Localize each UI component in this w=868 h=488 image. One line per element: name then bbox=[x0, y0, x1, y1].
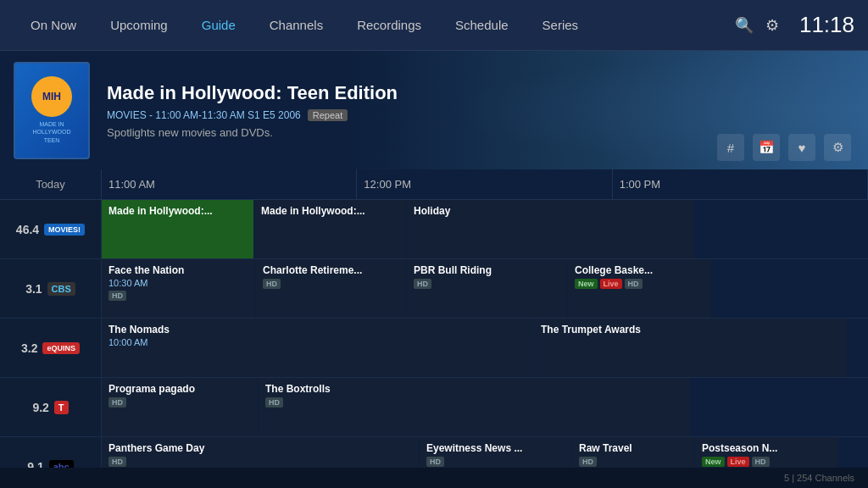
featured-meta-text: MOVIES - 11:00 AM-11:30 AM S1 E5 2006 bbox=[107, 109, 301, 121]
channel-num-9-1: 9.1 bbox=[27, 460, 43, 469]
program-pbr-bull-riding[interactable]: PBR Bull Riding HD bbox=[407, 259, 568, 318]
channel-label-9-2: 9.2 T bbox=[0, 378, 102, 436]
featured-actions: # 📅 ♥ ⚙ bbox=[717, 134, 851, 161]
nav-recordings[interactable]: Recordings bbox=[340, 0, 438, 51]
channel-num-46-4: 46.4 bbox=[16, 223, 39, 236]
badge-hd: HD bbox=[108, 457, 126, 467]
badge-hd: HD bbox=[263, 279, 281, 289]
channel-num-3-1: 3.1 bbox=[25, 282, 42, 296]
badge-live: Live bbox=[600, 279, 622, 289]
channel-row-9-1: 9.1 abc Panthers Game Day HD Eyewitness … bbox=[0, 437, 868, 468]
today-label: Today bbox=[0, 169, 102, 199]
time-slot-1200: 12:00 PM bbox=[357, 169, 612, 199]
nav-schedule[interactable]: Schedule bbox=[438, 0, 526, 51]
channel-row-3-2: 3.2 eQUINS The Nomads 10:00 AM The Trump… bbox=[0, 319, 868, 378]
badge-hd: HD bbox=[265, 397, 283, 408]
settings-action-button[interactable]: ⚙ bbox=[824, 134, 851, 161]
program-title: Programa pagado bbox=[108, 383, 251, 395]
program-title: Charlotte Retireme... bbox=[263, 264, 399, 276]
nav-upcoming[interactable]: Upcoming bbox=[93, 0, 185, 51]
clock-display: 11:18 bbox=[799, 12, 854, 38]
badge-hd: HD bbox=[108, 397, 126, 408]
channel-programs-9-1: Panthers Game Day HD Eyewitness News ...… bbox=[102, 437, 868, 468]
nav-right: 🔍 ⚙ 11:18 bbox=[735, 12, 854, 38]
program-made-in-hollywood-2[interactable]: Made in Hollywood:... bbox=[254, 200, 407, 258]
nav-on-now[interactable]: On Now bbox=[14, 0, 93, 51]
time-slot-1100: 11:00 AM bbox=[102, 169, 357, 199]
channel-count: 5 | 254 Channels bbox=[784, 473, 854, 483]
featured-thumbnail: MIH MADE INHOLLYWOODTEEN bbox=[14, 62, 90, 159]
program-title: Postseason N... bbox=[702, 442, 832, 454]
favorite-action-button[interactable]: ♥ bbox=[788, 134, 815, 161]
repeat-badge: Repeat bbox=[308, 109, 348, 121]
program-badges: HD bbox=[265, 397, 683, 408]
program-badges: HD bbox=[108, 397, 251, 408]
thumb-logo: MIH bbox=[31, 76, 72, 117]
badge-new: New bbox=[575, 279, 598, 289]
program-badges: HD bbox=[579, 457, 687, 467]
program-title: Eyewitness News ... bbox=[426, 442, 565, 454]
program-title: Panthers Game Day bbox=[108, 442, 412, 454]
time-slot-1300: 1:00 PM bbox=[613, 169, 868, 199]
program-boxtrolls[interactable]: The Boxtrolls HD bbox=[259, 378, 691, 436]
settings-icon[interactable]: ⚙ bbox=[765, 16, 779, 35]
program-badges: HD bbox=[414, 279, 560, 289]
hash-action-button[interactable]: # bbox=[717, 134, 744, 161]
program-holiday[interactable]: Holiday bbox=[407, 200, 695, 258]
program-the-nomads[interactable]: The Nomads 10:00 AM bbox=[102, 319, 534, 377]
search-icon[interactable]: 🔍 bbox=[735, 16, 754, 35]
channel-rows: 46.4 MOVIES! Made in Hollywood:... Made … bbox=[0, 200, 868, 468]
badge-hd: HD bbox=[426, 457, 444, 467]
badge-new: New bbox=[702, 457, 725, 467]
program-badges: HD bbox=[108, 291, 248, 301]
thumb-subtitle: MADE INHOLLYWOODTEEN bbox=[33, 120, 71, 143]
program-title: Made in Hollywood:... bbox=[108, 205, 247, 217]
program-college-basketball[interactable]: College Baske... New Live HD bbox=[568, 259, 712, 318]
program-postseason[interactable]: Postseason N... New Live HD bbox=[695, 437, 839, 468]
top-nav: On Now Upcoming Guide Channels Recording… bbox=[0, 0, 868, 51]
nav-channels[interactable]: Channels bbox=[253, 0, 340, 51]
program-badges: HD bbox=[263, 279, 399, 289]
channel-programs-46-4: Made in Hollywood:... Made in Hollywood:… bbox=[102, 200, 868, 258]
badge-hd: HD bbox=[579, 457, 597, 467]
program-eyewitness-news[interactable]: Eyewitness News ... HD bbox=[420, 437, 572, 468]
program-made-in-hollywood-1[interactable]: Made in Hollywood:... bbox=[102, 200, 254, 258]
channel-label-9-1: 9.1 abc bbox=[0, 437, 102, 468]
guide-section: Today 11:00 AM 12:00 PM 1:00 PM 46.4 MOV… bbox=[0, 169, 868, 468]
badge-hd: HD bbox=[625, 279, 643, 289]
program-badges: New Live HD bbox=[702, 457, 832, 467]
badge-hd: HD bbox=[414, 279, 431, 289]
status-bar: 5 | 254 Channels bbox=[0, 468, 868, 488]
badge-hd: HD bbox=[108, 291, 126, 301]
program-title: Holiday bbox=[414, 205, 687, 217]
nav-series[interactable]: Series bbox=[526, 0, 596, 51]
time-header: Today 11:00 AM 12:00 PM 1:00 PM bbox=[0, 169, 868, 200]
program-title: The Nomads bbox=[108, 324, 526, 336]
channel-programs-3-1: Face the Nation 10:30 AM HD Charlotte Re… bbox=[102, 259, 868, 318]
program-panthers-game-day[interactable]: Panthers Game Day HD bbox=[102, 437, 420, 468]
calendar-action-button[interactable]: 📅 bbox=[753, 134, 780, 161]
nav-guide[interactable]: Guide bbox=[185, 0, 253, 51]
program-badges: HD bbox=[426, 457, 565, 467]
program-programa-pagado[interactable]: Programa pagado HD bbox=[102, 378, 259, 436]
channel-logo-9-1: abc bbox=[49, 460, 74, 469]
program-time: 10:00 AM bbox=[108, 337, 526, 347]
time-slots: 11:00 AM 12:00 PM 1:00 PM bbox=[102, 169, 868, 199]
channel-label-3-2: 3.2 eQUINS bbox=[0, 319, 102, 377]
program-trumpet-awards[interactable]: The Trumpet Awards bbox=[534, 319, 848, 377]
program-title: Made in Hollywood:... bbox=[261, 205, 399, 217]
channel-logo-9-2: T bbox=[54, 401, 69, 414]
channel-row-9-2: 9.2 T Programa pagado HD The Boxtrolls H… bbox=[0, 378, 868, 437]
program-raw-travel[interactable]: Raw Travel HD bbox=[572, 437, 695, 468]
channel-label-46-4: 46.4 MOVIES! bbox=[0, 200, 102, 258]
channel-row-46-4: 46.4 MOVIES! Made in Hollywood:... Made … bbox=[0, 200, 868, 259]
program-badges: New Live HD bbox=[575, 279, 704, 289]
channel-label-3-1: 3.1 CBS bbox=[0, 259, 102, 318]
channel-num-9-2: 9.2 bbox=[32, 401, 48, 414]
program-title: PBR Bull Riding bbox=[414, 264, 560, 276]
program-face-the-nation[interactable]: Face the Nation 10:30 AM HD bbox=[102, 259, 256, 318]
channel-num-3-2: 3.2 bbox=[21, 341, 37, 355]
program-charlotte[interactable]: Charlotte Retireme... HD bbox=[256, 259, 407, 318]
program-title: College Baske... bbox=[575, 264, 704, 276]
featured-section: MIH MADE INHOLLYWOODTEEN Made in Hollywo… bbox=[0, 51, 868, 169]
